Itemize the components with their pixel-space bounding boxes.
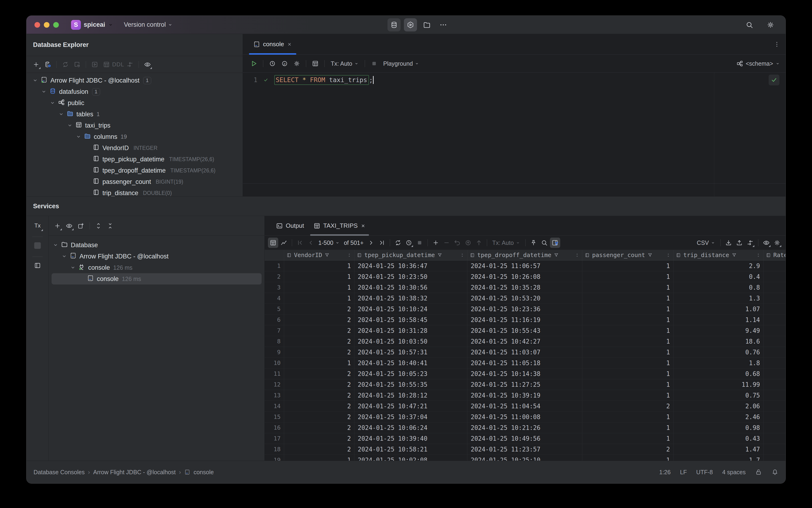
sort-icon[interactable]	[347, 253, 352, 258]
previous-page-button[interactable]	[306, 238, 316, 248]
schema-select[interactable]: <schema>	[736, 60, 780, 67]
cell[interactable]: 2024-01-25 10:14:38	[467, 369, 582, 379]
cell[interactable]: 2024-01-25 10:05:23	[354, 369, 467, 379]
open-table-button[interactable]	[101, 59, 112, 70]
cell[interactable]	[764, 336, 785, 347]
cell[interactable]: 1	[582, 412, 673, 422]
chevron-down-icon[interactable]	[52, 242, 61, 248]
collapse-all-button[interactable]	[105, 220, 116, 231]
cell[interactable]: 2.46	[673, 412, 764, 422]
pin-tab-button[interactable]	[528, 238, 539, 248]
first-page-button[interactable]	[295, 238, 305, 248]
cell[interactable]: 1	[582, 379, 673, 390]
encoding-widget[interactable]: UTF-8	[696, 469, 713, 476]
cell[interactable]: 1	[582, 271, 673, 282]
close-window-button[interactable]	[35, 22, 40, 28]
cell[interactable]: 2.9	[673, 261, 764, 271]
query-parameters-button[interactable]: p	[279, 58, 290, 69]
cell[interactable]: 2024-01-25 10:03:50	[354, 336, 467, 347]
import-export-button[interactable]	[745, 238, 755, 248]
service-item-console[interactable]: console126 ms	[49, 262, 264, 273]
cell[interactable]	[764, 358, 785, 368]
cell[interactable]: 2024-01-25 10:23:50	[354, 271, 467, 282]
explorer-item-trip-distance[interactable]: trip_distanceDOUBLE(0)	[27, 187, 242, 196]
export-data-button[interactable]	[723, 238, 734, 248]
view-options-button[interactable]	[761, 238, 771, 248]
cell[interactable]: 2024-01-25 10:57:31	[354, 347, 467, 357]
cell[interactable]: 1	[582, 336, 673, 347]
cell[interactable]: 2024-01-25 10:42:27	[467, 336, 582, 347]
cell[interactable]: 2	[284, 314, 354, 325]
console-settings-button[interactable]	[291, 58, 302, 69]
chevron-down-icon[interactable]	[41, 89, 49, 95]
minimize-window-button[interactable]	[44, 22, 49, 28]
sort-icon[interactable]	[460, 253, 465, 258]
filter-icon[interactable]	[437, 253, 442, 258]
chart-view-button[interactable]	[279, 238, 289, 248]
column-header-tpep-dropoff-datetime[interactable]: tpep_dropoff_datetime	[467, 250, 582, 260]
filter-icon[interactable]	[647, 253, 652, 258]
indent-widget[interactable]: 4 spaces	[722, 469, 746, 476]
cell[interactable]: 1	[582, 347, 673, 357]
cell[interactable]: 0.98	[673, 422, 764, 433]
cell[interactable]: 1	[582, 325, 673, 336]
cell[interactable]: 2	[284, 369, 354, 379]
cell[interactable]: 1	[582, 369, 673, 379]
cell[interactable]: 2024-01-25 10:25:10	[467, 455, 582, 461]
cell[interactable]: 2024-01-25 11:04:54	[467, 401, 582, 411]
cell[interactable]: 2	[284, 444, 354, 455]
breadcrumb-database-consoles[interactable]: Database Consoles	[34, 469, 85, 476]
chevron-down-icon[interactable]	[61, 253, 70, 259]
query-history-button[interactable]	[267, 58, 278, 69]
cell[interactable]	[764, 271, 785, 282]
cell[interactable]: 1	[582, 358, 673, 368]
jump-to-console-button[interactable]	[89, 59, 100, 70]
cell[interactable]	[764, 390, 785, 400]
breadcrumb-data-source[interactable]: Arrow Flight JDBC - @localhost	[93, 469, 176, 476]
cell[interactable]: 1	[284, 358, 354, 368]
run-playground-button[interactable]	[404, 18, 417, 32]
service-item-console[interactable]: console126 ms	[52, 273, 262, 285]
revert-selected-button[interactable]	[463, 238, 473, 248]
cell[interactable]: 2024-01-25 10:38:32	[354, 293, 467, 303]
cell[interactable]: 1	[284, 293, 354, 303]
cell[interactable]: 2	[284, 390, 354, 400]
find-button[interactable]	[539, 238, 549, 248]
breadcrumb-console[interactable]: console	[194, 469, 214, 476]
cell[interactable]: 2024-01-25 10:06:24	[354, 422, 467, 433]
cell[interactable]	[764, 314, 785, 325]
cell[interactable]: 2	[284, 325, 354, 336]
filter-icon[interactable]	[732, 253, 737, 258]
cell[interactable]: 2024-01-25 10:55:43	[467, 325, 582, 336]
column-header-tpep-pickup-datetime[interactable]: tpep_pickup_datetime	[354, 250, 467, 260]
cell[interactable]: 2	[284, 401, 354, 411]
cell[interactable]: 2024-01-25 10:35:28	[467, 282, 582, 293]
explorer-item-tables[interactable]: tables1	[27, 109, 242, 120]
explorer-item-passenger-count[interactable]: passenger_countBIGINT(19)	[27, 176, 242, 187]
cell[interactable]	[764, 282, 785, 293]
export-format-select[interactable]: CSV	[694, 240, 718, 246]
cell[interactable]: 1	[582, 282, 673, 293]
settings-button[interactable]	[764, 18, 777, 32]
cell[interactable]: 2	[284, 304, 354, 314]
view-options-button[interactable]	[142, 59, 153, 70]
chevron-down-icon[interactable]	[70, 264, 78, 271]
cell[interactable]	[764, 347, 785, 357]
statement-executed-gutter-icon[interactable]	[257, 77, 274, 83]
cell[interactable]: 2	[284, 433, 354, 444]
database-tool-button[interactable]	[388, 18, 401, 32]
add-service-button[interactable]	[52, 220, 63, 231]
tx-mode-select[interactable]: Tx: Auto	[328, 60, 361, 67]
cell[interactable]: 2024-01-25 11:16:19	[467, 314, 582, 325]
refresh-button[interactable]	[60, 59, 71, 70]
more-tools-button[interactable]	[437, 18, 450, 32]
stop-button[interactable]	[369, 58, 379, 69]
cell[interactable]: 2024-01-25 10:23:36	[467, 304, 582, 314]
cell[interactable]: 1.14	[673, 314, 764, 325]
cell[interactable]: 0.43	[673, 433, 764, 444]
cell[interactable]: 1	[582, 422, 673, 433]
cell[interactable]: 2	[582, 444, 673, 455]
chevron-down-icon[interactable]	[76, 134, 84, 140]
cell[interactable]: 2	[284, 347, 354, 357]
auto-refresh-button[interactable]	[404, 238, 414, 248]
